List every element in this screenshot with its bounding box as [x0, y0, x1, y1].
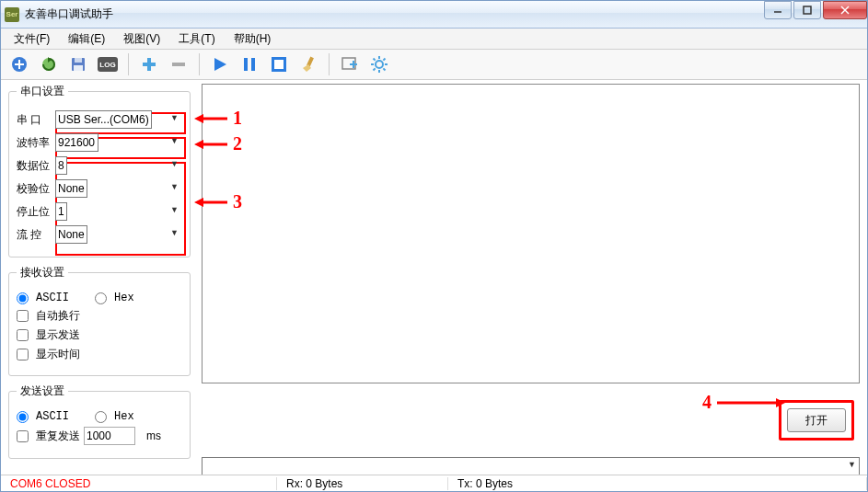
open-button[interactable]: 打开 [787, 408, 846, 432]
history-combo[interactable] [202, 457, 860, 475]
parity-label: 校验位 [17, 181, 55, 197]
send-ascii-label: ASCII [36, 410, 69, 423]
repeat-interval-input[interactable] [84, 427, 135, 445]
minimize-button[interactable] [764, 1, 792, 19]
recv-ascii-radio[interactable] [17, 292, 29, 304]
send-settings-group: 发送设置 ASCII Hex 重复发送 ms [8, 383, 191, 459]
stopbits-select[interactable]: 1 [55, 202, 67, 221]
play-icon[interactable] [207, 51, 233, 77]
serial-settings-legend: 串口设置 [17, 84, 68, 99]
status-bar: COM6 CLOSED Rx: 0 Bytes Tx: 0 Bytes [1, 475, 867, 491]
databits-label: 数据位 [17, 158, 55, 174]
databits-select[interactable]: 8 [55, 156, 67, 175]
status-connection: COM6 CLOSED [1, 477, 277, 490]
repeat-checkbox[interactable] [17, 430, 29, 442]
recv-settings-group: 接收设置 ASCII Hex 自动换行 显示发送 显示时间 [8, 265, 191, 376]
svg-rect-21 [274, 60, 284, 69]
send-ascii-radio[interactable] [17, 411, 29, 423]
serial-settings-group: 串口设置 串 口 USB Ser...(COM6) 波特率 921600 数据位… [8, 84, 191, 257]
port-select[interactable]: USB Ser...(COM6) [55, 110, 152, 129]
plus-icon[interactable] [136, 51, 162, 77]
svg-line-33 [383, 68, 385, 70]
menu-edit[interactable]: 编辑(E) [61, 29, 112, 49]
separator [199, 53, 200, 75]
svg-point-27 [376, 61, 383, 68]
showsend-checkbox[interactable] [17, 329, 29, 341]
maximize-button[interactable] [793, 1, 821, 19]
parity-select[interactable]: None [55, 179, 87, 198]
svg-text:LOG: LOG [99, 61, 115, 69]
pause-icon[interactable] [237, 51, 262, 77]
separator [329, 53, 330, 75]
svg-rect-1 [804, 6, 811, 14]
main-area: 串口设置 串 口 USB Ser...(COM6) 波特率 921600 数据位… [1, 80, 867, 477]
svg-marker-17 [214, 58, 226, 71]
recv-hex-radio[interactable] [95, 292, 107, 304]
send-row: 打开 [202, 389, 860, 452]
recv-hex-label: Hex [114, 292, 134, 304]
window-add-icon[interactable] [337, 51, 363, 77]
send-hex-label: Hex [114, 410, 134, 423]
svg-rect-10 [75, 58, 82, 63]
window-title: 友善串口调试助手 [25, 6, 113, 22]
new-icon[interactable] [6, 51, 32, 77]
annotation-box-4: 打开 [779, 400, 854, 441]
send-hex-radio[interactable] [95, 411, 107, 423]
menu-tools[interactable]: 工具(T) [171, 29, 222, 49]
repeat-unit: ms [146, 429, 161, 442]
send-settings-legend: 发送设置 [17, 383, 68, 399]
status-rx: Rx: 0 Bytes [277, 477, 448, 490]
close-button[interactable] [823, 1, 867, 19]
port-label: 串 口 [17, 112, 55, 128]
svg-line-34 [374, 68, 376, 70]
showtime-label: 显示时间 [36, 347, 80, 362]
recv-settings-legend: 接收设置 [17, 265, 68, 280]
stopbits-label: 停止位 [17, 204, 55, 220]
log-icon[interactable]: LOG [95, 51, 121, 77]
status-tx: Tx: 0 Bytes [448, 477, 867, 490]
recv-ascii-label: ASCII [36, 292, 69, 304]
minus-icon[interactable] [166, 51, 191, 77]
flow-label: 流 控 [17, 227, 55, 243]
baud-select[interactable]: 921600 [55, 133, 98, 152]
gear-icon[interactable] [366, 51, 392, 77]
svg-line-32 [374, 59, 376, 61]
baud-label: 波特率 [17, 135, 55, 151]
separator [128, 53, 129, 75]
output-textarea[interactable] [202, 84, 860, 383]
menu-help[interactable]: 帮助(H) [226, 29, 279, 49]
clear-icon[interactable] [295, 51, 321, 77]
autowrap-checkbox[interactable] [17, 310, 29, 322]
stop-icon[interactable] [266, 51, 292, 77]
autowrap-label: 自动换行 [36, 308, 80, 324]
showtime-checkbox[interactable] [17, 349, 29, 360]
showsend-label: 显示发送 [36, 327, 80, 343]
menu-view[interactable]: 视图(V) [116, 29, 168, 49]
repeat-label: 重复发送 [36, 429, 80, 444]
left-panel: 串口设置 串 口 USB Ser...(COM6) 波特率 921600 数据位… [1, 80, 198, 477]
menu-file[interactable]: 文件(F) [6, 29, 57, 49]
flow-select[interactable]: None [55, 225, 87, 244]
svg-line-35 [383, 59, 385, 61]
svg-rect-19 [251, 58, 255, 71]
menu-bar: 文件(F) 编辑(E) 视图(V) 工具(T) 帮助(H) [1, 29, 867, 49]
right-panel: 打开 [198, 80, 867, 477]
svg-rect-11 [74, 65, 83, 71]
save-icon[interactable] [65, 51, 91, 77]
toolbar: LOG [1, 49, 867, 80]
window-controls [762, 1, 867, 19]
app-icon: Ser [5, 7, 19, 22]
title-bar: Ser 友善串口调试助手 [1, 1, 867, 29]
reload-icon[interactable] [36, 51, 62, 77]
svg-rect-18 [244, 58, 248, 71]
